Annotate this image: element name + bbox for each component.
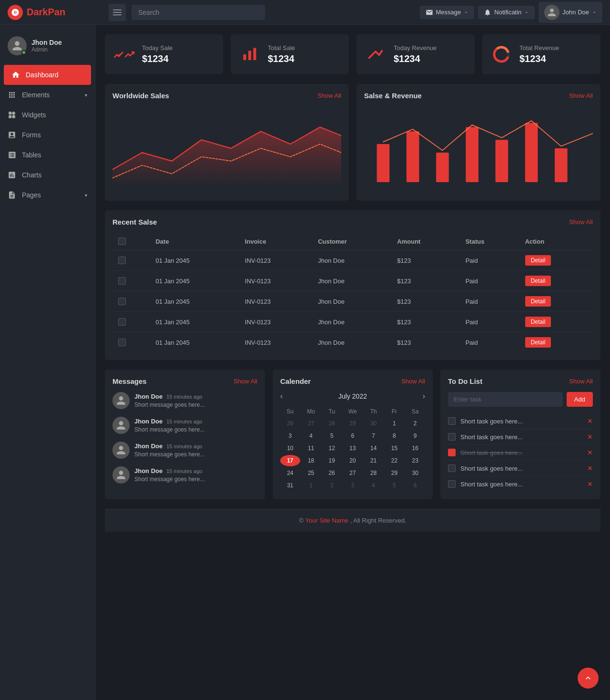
- calendar-day-header: Tu: [322, 406, 342, 417]
- calendar-day[interactable]: 20: [343, 455, 363, 466]
- select-all-checkbox[interactable]: [118, 237, 126, 245]
- calendar-day[interactable]: 29: [343, 418, 363, 429]
- calendar-day[interactable]: 26: [280, 418, 300, 429]
- calendar-day[interactable]: 25: [301, 467, 321, 479]
- table-row: 01 Jan 2045 INV-0123 Jhon Doe $123 Paid …: [112, 291, 593, 312]
- sales-revenue-showall[interactable]: Show All: [569, 92, 593, 99]
- sidebar-item-dashboard[interactable]: Dashboard: [4, 65, 91, 85]
- todo-checkbox[interactable]: [448, 464, 456, 472]
- row-checkbox[interactable]: [118, 298, 126, 305]
- calendar-day[interactable]: 26: [322, 467, 342, 479]
- calendar-day[interactable]: 23: [405, 455, 425, 466]
- messages-card: Messages Show All Jhon Doe15 minutes ago…: [105, 370, 265, 499]
- calendar-day[interactable]: 9: [405, 430, 425, 442]
- todo-checkbox[interactable]: [448, 433, 456, 441]
- todo-showall[interactable]: Show All: [569, 378, 593, 385]
- calendar-day[interactable]: 28: [322, 418, 342, 429]
- calendar-day[interactable]: 28: [364, 467, 384, 479]
- messages-showall[interactable]: Show All: [234, 378, 257, 385]
- row-checkbox[interactable]: [118, 339, 126, 346]
- calendar-day[interactable]: 27: [343, 467, 363, 479]
- detail-button[interactable]: Detail: [525, 317, 551, 327]
- detail-button[interactable]: Detail: [525, 337, 551, 348]
- svg-rect-12: [407, 131, 419, 182]
- todo-checkbox[interactable]: [448, 449, 456, 456]
- calendar-day[interactable]: 6: [405, 480, 425, 491]
- calendar-day[interactable]: 31: [280, 480, 300, 491]
- calendar-day[interactable]: 4: [364, 480, 384, 491]
- calendar-day[interactable]: 18: [301, 455, 321, 466]
- sidebar-item-elements[interactable]: Elements ▾: [0, 85, 95, 105]
- calendar-day[interactable]: 29: [385, 467, 405, 479]
- todo-checkbox[interactable]: [448, 417, 456, 425]
- calendar-day[interactable]: 10: [280, 443, 300, 454]
- calendar-day[interactable]: 12: [322, 443, 342, 454]
- user-button[interactable]: John Doe: [539, 2, 602, 23]
- calendar-day[interactable]: 13: [343, 443, 363, 454]
- todo-delete-button[interactable]: ✕: [587, 449, 593, 456]
- recent-sales-showall[interactable]: Show All: [569, 218, 593, 226]
- svg-rect-0: [113, 10, 122, 10]
- calendar-day[interactable]: 1: [385, 418, 405, 429]
- calendar-day[interactable]: 17: [280, 455, 300, 466]
- calendar-day[interactable]: 19: [322, 455, 342, 466]
- calendar-showall[interactable]: Show All: [401, 378, 425, 385]
- calendar-day[interactable]: 15: [385, 443, 405, 454]
- todo-delete-button[interactable]: ✕: [587, 480, 593, 488]
- notification-label: Notificatin: [494, 9, 521, 16]
- calendar-day[interactable]: 16: [405, 443, 425, 454]
- calendar-day[interactable]: 2: [405, 418, 425, 429]
- list-item: Short task goes here... ✕: [448, 429, 593, 445]
- calendar-day[interactable]: 5: [322, 430, 342, 442]
- todo-delete-button[interactable]: ✕: [587, 433, 593, 441]
- calendar-day[interactable]: 8: [385, 430, 405, 442]
- detail-button[interactable]: Detail: [525, 296, 551, 307]
- calendar-day[interactable]: 6: [343, 430, 363, 442]
- calendar-prev-button[interactable]: ‹: [280, 392, 283, 401]
- row-checkbox[interactable]: [118, 277, 126, 285]
- calendar-day[interactable]: 3: [280, 430, 300, 442]
- sidebar-item-pages[interactable]: Pages ▾: [0, 185, 95, 205]
- search-input[interactable]: [132, 5, 265, 20]
- calendar-day[interactable]: 22: [385, 455, 405, 466]
- footer-brand[interactable]: Your Site Name: [305, 517, 349, 524]
- calendar-day[interactable]: 5: [385, 480, 405, 491]
- cell-invoice: INV-0123: [239, 271, 312, 291]
- detail-button[interactable]: Detail: [525, 276, 551, 286]
- calendar-day[interactable]: 3: [343, 480, 363, 491]
- todo-checkbox[interactable]: [448, 480, 456, 488]
- calendar-day[interactable]: 4: [301, 430, 321, 442]
- todo-delete-button[interactable]: ✕: [587, 417, 593, 425]
- notification-button[interactable]: Notificatin: [478, 6, 535, 19]
- detail-button[interactable]: Detail: [525, 255, 551, 266]
- sidebar-item-forms[interactable]: Forms: [0, 125, 95, 145]
- calendar-day[interactable]: 2: [322, 480, 342, 491]
- sidebar-item-tables[interactable]: Tables: [0, 145, 95, 165]
- worldwide-sales-showall[interactable]: Show All: [317, 92, 341, 99]
- row-checkbox[interactable]: [118, 257, 126, 264]
- sidebar-item-widgets[interactable]: Widgets: [0, 105, 95, 125]
- calendar-next-button[interactable]: ›: [423, 392, 425, 401]
- calendar-day[interactable]: 27: [301, 418, 321, 429]
- calendar-day[interactable]: 30: [405, 467, 425, 479]
- svg-rect-16: [525, 123, 538, 182]
- todo-delete-button[interactable]: ✕: [587, 464, 593, 472]
- message-item: Jhon Doe15 minutes ago Short message goe…: [112, 392, 257, 409]
- calendar-day[interactable]: 21: [364, 455, 384, 466]
- todo-input[interactable]: [448, 392, 563, 407]
- calendar-day[interactable]: 24: [280, 467, 300, 479]
- layout: Jhon Doe Admin Dashboard Elements ▾ Widg…: [0, 25, 610, 700]
- calendar-day[interactable]: 1: [301, 480, 321, 491]
- message-button[interactable]: Message: [420, 6, 475, 19]
- hamburger-button[interactable]: [109, 4, 126, 21]
- chevron-down-icon: ▾: [85, 93, 87, 98]
- svg-rect-4: [244, 54, 246, 60]
- calendar-day[interactable]: 30: [364, 418, 384, 429]
- back-to-top-button[interactable]: [578, 668, 599, 689]
- calendar-day[interactable]: 7: [364, 430, 384, 442]
- row-checkbox[interactable]: [118, 318, 126, 326]
- calendar-day[interactable]: 14: [364, 443, 384, 454]
- sidebar-item-charts[interactable]: Charts: [0, 165, 95, 185]
- calendar-day[interactable]: 11: [301, 443, 321, 454]
- todo-add-button[interactable]: Add: [567, 392, 593, 407]
